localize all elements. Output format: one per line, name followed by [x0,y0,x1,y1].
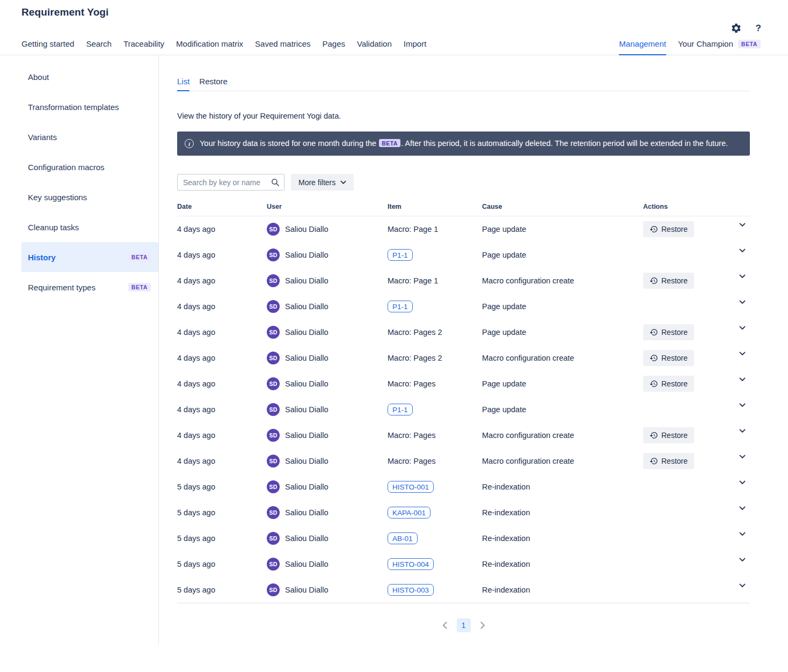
chevron-down-icon[interactable] [739,223,746,227]
sidebar-item-requirement-types[interactable]: Requirement typesBETA [21,272,158,302]
restore-button[interactable]: Restore [643,376,694,392]
nav-item-your-champion[interactable]: Your ChampionBETA [678,39,761,55]
sidebar-item-label: Variants [28,133,57,142]
search-input[interactable] [177,174,284,191]
chevron-down-icon[interactable] [739,326,746,330]
banner-text: Your history data is stored for one mont… [200,138,728,149]
item-value[interactable]: KAPA-001 [388,507,431,518]
nav-item-modification-matrix[interactable]: Modification matrix [176,39,243,55]
row-date: 4 days ago [177,379,267,388]
nav-item-saved-matrices[interactable]: Saved matrices [255,39,310,55]
row-date: 4 days ago [177,354,267,362]
row-expand [725,407,750,412]
row-actions: Restore [643,273,725,289]
nav-item-validation[interactable]: Validation [357,39,392,55]
item-value[interactable]: HISTO-003 [388,584,434,596]
chevron-down-icon[interactable] [739,377,746,382]
item-value: Macro: Page 1 [388,276,438,285]
column-header-actions: Actions [643,203,725,210]
chevron-down-icon[interactable] [739,506,746,510]
current-page[interactable]: 1 [457,618,471,632]
user-name: Saliou Diallo [285,276,329,285]
row-user: SD Saliou Diallo [267,377,388,390]
table-row: 4 days ago SD Saliou Diallo Macro: Pages… [177,371,750,397]
column-header-date: Date [177,203,267,210]
primary-nav: Getting startedSearchTraceabilityModific… [21,39,426,55]
chevron-down-icon[interactable] [739,300,746,304]
item-value[interactable]: HISTO-004 [388,558,434,570]
row-actions: Restore [643,556,725,572]
chevron-down-icon[interactable] [739,558,746,562]
sidebar-item-label: About [28,72,49,82]
restore-history-icon [650,328,658,337]
item-value[interactable]: AB-01 [388,532,418,544]
nav-item-getting-started[interactable]: Getting started [21,39,74,55]
row-actions: Restore [643,582,725,598]
restore-button[interactable]: Restore [643,453,694,469]
avatar: SD [267,300,280,313]
settings-gear-icon[interactable] [731,23,742,34]
item-value[interactable]: P1-1 [388,249,413,261]
chevron-down-icon[interactable] [739,583,746,588]
sidebar-item-cleanup-tasks[interactable]: Cleanup tasks [21,212,158,242]
row-cause: Page update [482,328,643,337]
next-page-icon[interactable] [480,622,485,629]
avatar: SD [267,583,280,596]
sidebar-item-about[interactable]: About [21,62,158,92]
restore-button[interactable]: Restore [643,350,694,366]
restore-button[interactable]: Restore [643,273,694,289]
table-row: 5 days ago SD Saliou Diallo HISTO-003 Re… [177,577,750,603]
table-row: 5 days ago SD Saliou Diallo HISTO-001 Re… [177,474,750,500]
sidebar-item-transformation-templates[interactable]: Transformation templates [21,92,158,122]
chevron-down-icon[interactable] [739,403,746,407]
chevron-down-icon[interactable] [739,480,746,485]
table-row: 4 days ago SD Saliou Diallo P1-1 Page up… [177,294,750,319]
table-row: 5 days ago SD Saliou Diallo KAPA-001 Re-… [177,500,750,525]
row-actions: Restore [643,427,725,443]
search-box [177,174,284,191]
sidebar-item-variants[interactable]: Variants [21,122,158,152]
item-value[interactable]: P1-1 [388,301,413,312]
chevron-down-icon[interactable] [739,274,746,279]
restore-label: Restore [661,328,688,337]
restore-button[interactable]: Restore [643,221,694,237]
sidebar-item-key-suggestions[interactable]: Key suggestions [21,182,158,212]
sidebar-item-configuration-macros[interactable]: Configuration macros [21,152,158,182]
info-banner: i Your history data is stored for one mo… [177,132,750,156]
nav-item-search[interactable]: Search [86,39,112,55]
row-item: Macro: Pages [388,379,482,388]
chevron-down-icon[interactable] [739,429,746,433]
row-actions: Restore [643,324,725,340]
row-item: Macro: Page 1 [388,276,482,285]
row-item: HISTO-003 [388,584,482,596]
row-date: 5 days ago [177,534,267,543]
row-actions: Restore [643,247,725,263]
user-name: Saliou Diallo [285,508,329,517]
sidebar-item-history[interactable]: HistoryBETA [21,242,158,272]
previous-page-icon[interactable] [442,622,447,629]
nav-item-pages[interactable]: Pages [322,39,345,55]
sidebar-item-label: Configuration macros [28,163,105,172]
item-value[interactable]: HISTO-001 [388,481,434,493]
nav-item-management[interactable]: Management [619,39,666,55]
chevron-down-icon[interactable] [739,249,746,253]
chevron-down-icon[interactable] [739,455,746,459]
avatar: SD [267,429,280,442]
user-name: Saliou Diallo [285,457,329,465]
tab-list[interactable]: List [177,77,189,91]
row-item: Macro: Pages 2 [388,328,482,337]
nav-item-import[interactable]: Import [404,39,427,55]
more-filters-button[interactable]: More filters [291,174,354,191]
row-expand [725,279,750,283]
restore-history-icon [650,354,658,362]
tab-restore[interactable]: Restore [199,77,228,91]
chevron-down-icon[interactable] [739,352,746,356]
chevron-down-icon[interactable] [739,532,746,536]
help-icon[interactable]: ? [756,23,761,34]
restore-button[interactable]: Restore [643,427,694,443]
nav-item-traceability[interactable]: Traceability [123,39,164,55]
row-expand [725,510,750,515]
row-actions: Restore [643,376,725,392]
restore-button[interactable]: Restore [643,324,694,340]
item-value[interactable]: P1-1 [388,404,413,415]
